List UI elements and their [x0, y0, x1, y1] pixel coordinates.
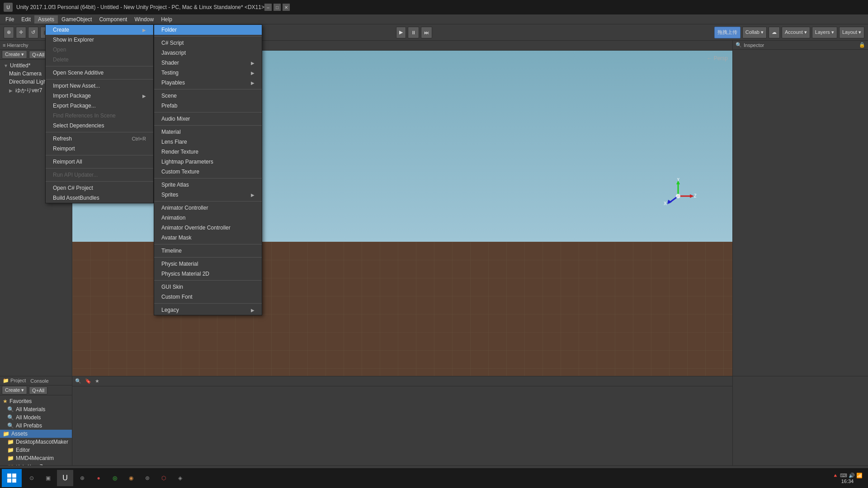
ctx-import-package[interactable]: Import Package ▶: [46, 91, 153, 101]
ctx-folder[interactable]: Folder: [154, 25, 262, 35]
menu-file[interactable]: File: [2, 15, 18, 23]
ctx-testing[interactable]: Testing ▶: [154, 68, 262, 78]
transform-move[interactable]: ✛: [16, 27, 26, 38]
svg-text:Z: Z: [694, 193, 696, 198]
transform-rotate[interactable]: ↺: [28, 27, 38, 38]
account-button[interactable]: Account ▾: [782, 27, 810, 38]
play-button[interactable]: ▶: [396, 27, 406, 38]
all-models-item[interactable]: 🔍 All Models: [0, 413, 72, 422]
taskbar-unity[interactable]: U: [57, 470, 73, 486]
cloud-button[interactable]: ☁: [769, 27, 780, 38]
ctx-animator-override[interactable]: Animator Override Controller: [154, 223, 262, 233]
console-title[interactable]: Console: [30, 378, 48, 384]
hierarchy-create-btn[interactable]: Create ▾: [2, 50, 27, 59]
svg-rect-11: [12, 474, 16, 478]
ctx-label: Playables: [161, 80, 185, 86]
ctx-separator: [154, 178, 262, 178]
ctx-audio-mixer[interactable]: Audio Mixer: [154, 114, 262, 124]
transform-hand[interactable]: ⊕: [4, 27, 14, 38]
search-icon: 🔍: [7, 406, 14, 413]
taskbar-icon-3[interactable]: ◎: [107, 470, 123, 486]
ctx-physics-material-2d[interactable]: Physics Material 2D: [154, 269, 262, 279]
taskbar-icon-4[interactable]: ◉: [123, 470, 139, 486]
ctx-csharp-script[interactable]: C# Script: [154, 38, 262, 48]
ctx-create[interactable]: Create ▶: [46, 25, 153, 35]
ctx-avatar-mask[interactable]: Avatar Mask: [154, 233, 262, 243]
desktopMascot-item[interactable]: 📁 DesktopMascotMaker: [0, 438, 72, 446]
ctx-physic-material[interactable]: Physic Material: [154, 259, 262, 269]
ctx-render-texture[interactable]: Render Texture: [154, 147, 262, 157]
inspector-lock[interactable]: 🔒: [859, 42, 865, 48]
ctx-separator: [154, 201, 262, 202]
search-taskbar[interactable]: ⊙: [24, 470, 40, 486]
taskbar-icon-7[interactable]: ◈: [172, 470, 188, 486]
ctx-open-scene-additive[interactable]: Open Scene Additive: [46, 68, 153, 78]
ctx-sprites[interactable]: Sprites ▶: [154, 190, 262, 200]
submenu-arrow: ▶: [251, 308, 255, 313]
menu-edit[interactable]: Edit: [18, 15, 34, 23]
taskbar-icon-2[interactable]: ●: [90, 470, 107, 486]
assets-item[interactable]: 📁 Assets: [0, 430, 72, 438]
step-button[interactable]: ⏭: [421, 27, 432, 38]
ctx-material[interactable]: Material: [154, 127, 262, 137]
ctx-scene[interactable]: Scene: [154, 91, 262, 101]
ctx-lightmap-params[interactable]: Lightmap Parameters: [154, 157, 262, 167]
ctx-select-dependencies[interactable]: Select Dependencies: [46, 121, 153, 131]
ctx-legacy[interactable]: Legacy ▶: [154, 305, 262, 315]
taskbar-icon-1[interactable]: ⊕: [74, 470, 90, 486]
ctx-playables[interactable]: Playables ▶: [154, 78, 262, 88]
search-icon: 🔍: [7, 414, 14, 421]
ctx-build-assetbundles[interactable]: Build AssetBundles: [46, 193, 153, 203]
all-prefabs-item[interactable]: 🔍 All Prefabs: [0, 422, 72, 430]
item-label: MMD4Mecanim: [16, 455, 54, 461]
ctx-custom-texture[interactable]: Custom Texture: [154, 167, 262, 177]
pause-button[interactable]: ⏸: [408, 27, 419, 38]
layout-button[interactable]: Layout ▾: [839, 27, 864, 38]
ctx-label: Javascript: [161, 50, 186, 56]
favorites-item[interactable]: ★ Favorites: [0, 397, 72, 405]
project-create-btn[interactable]: Create ▾: [2, 386, 27, 394]
item-label: All Materials: [16, 406, 45, 413]
ctx-show-in-explorer[interactable]: Show in Explorer: [46, 35, 153, 45]
ctx-animator-controller[interactable]: Animator Controller: [154, 203, 262, 213]
task-view[interactable]: ▣: [40, 470, 56, 486]
mmd4mecanim-item[interactable]: 📁 MMD4Mecanim: [0, 454, 72, 462]
ctx-animation[interactable]: Animation: [154, 213, 262, 223]
collab-button[interactable]: Collab ▾: [742, 27, 767, 38]
ctx-reimport[interactable]: Reimport: [46, 144, 153, 154]
menu-help[interactable]: Help: [157, 15, 176, 23]
minimize-button[interactable]: –: [264, 4, 272, 11]
ctx-shader[interactable]: Shader ▶: [154, 58, 262, 68]
taskbar-icon-6[interactable]: ⬡: [156, 470, 172, 486]
close-button[interactable]: ✕: [283, 4, 290, 11]
ctx-separator: [46, 66, 153, 66]
maximize-button[interactable]: □: [274, 4, 281, 11]
ctx-open-csharp[interactable]: Open C# Project: [46, 183, 153, 193]
ctx-javascript[interactable]: Javascript: [154, 48, 262, 58]
menu-assets[interactable]: Assets: [34, 15, 58, 23]
all-materials-item[interactable]: 🔍 All Materials: [0, 405, 72, 413]
ctx-sprite-atlas[interactable]: Sprite Atlas: [154, 180, 262, 190]
start-button[interactable]: [2, 469, 22, 487]
ctx-refresh[interactable]: Refresh Ctrl+R: [46, 134, 153, 144]
editor-item[interactable]: 📁 Editor: [0, 446, 72, 454]
ctx-reimport-all[interactable]: Reimport All: [46, 157, 153, 167]
menu-gameobject[interactable]: GameObject: [58, 15, 95, 23]
menu-window[interactable]: Window: [131, 15, 157, 23]
ctx-lens-flare[interactable]: Lens Flare: [154, 137, 262, 147]
bookmark-icon: 🔖: [85, 378, 91, 384]
ctx-export-package[interactable]: Export Package...: [46, 101, 153, 111]
project-all-btn[interactable]: Q+All: [29, 386, 47, 394]
ctx-prefab[interactable]: Prefab: [154, 101, 262, 111]
ctx-label: Animation: [161, 215, 185, 221]
submenu-arrow: ▶: [142, 94, 146, 99]
ctx-import-new-asset[interactable]: Import New Asset...: [46, 81, 153, 91]
ctx-timeline[interactable]: Timeline: [154, 246, 262, 256]
menu-component[interactable]: Component: [95, 15, 131, 23]
ctx-gui-skin[interactable]: GUI Skin: [154, 282, 262, 292]
ctx-custom-font[interactable]: Custom Font: [154, 292, 262, 302]
upload-button[interactable]: 拖拽上传: [714, 27, 741, 38]
favorites-label: Favorites: [9, 398, 32, 404]
taskbar-icon-5[interactable]: ⊛: [139, 470, 156, 486]
layers-button[interactable]: Layers ▾: [812, 27, 837, 38]
